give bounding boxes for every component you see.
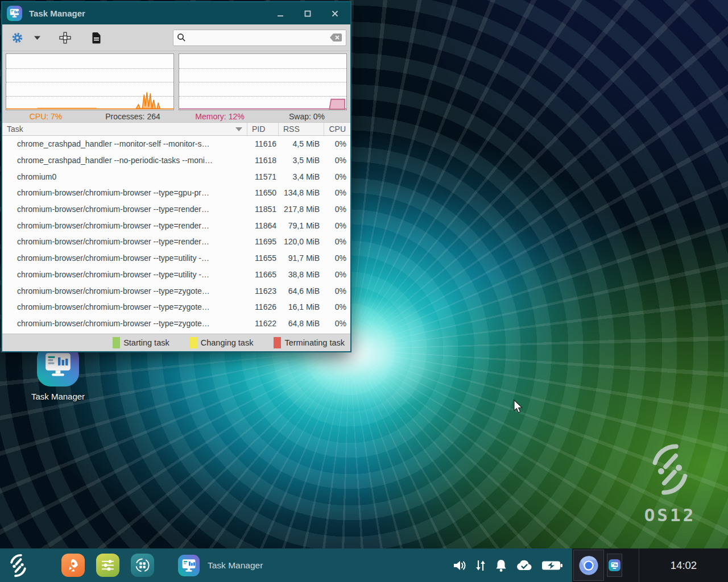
cpu-graph xyxy=(6,53,174,110)
taskbar-window-button-task-manager[interactable]: Task Manager xyxy=(178,555,263,576)
pid-cell: 11650 xyxy=(247,188,279,197)
column-header-task[interactable]: Task xyxy=(2,123,247,135)
clock[interactable]: 14:02 xyxy=(639,559,728,572)
cpu-cell: 0% xyxy=(324,156,350,165)
task-cell: chromium-browser/chromium-browser --type… xyxy=(2,188,247,197)
cpu-usage-label: CPU: 7% xyxy=(2,112,89,121)
rocket-icon xyxy=(66,558,81,573)
close-button[interactable] xyxy=(325,5,345,22)
task-cell: chromium-browser/chromium-browser --type… xyxy=(2,205,247,214)
table-row[interactable]: chromium-browser/chromium-browser --type… xyxy=(2,201,350,218)
battery-icon[interactable] xyxy=(541,560,563,571)
pid-cell: 11851 xyxy=(247,205,279,214)
task-cell: chromium-browser/chromium-browser --type… xyxy=(2,221,247,230)
table-row[interactable]: chromium-browser/chromium-browser --type… xyxy=(2,250,350,267)
legend-changing-label: Changing task xyxy=(201,338,254,347)
memory-usage-label: Memory: 12% xyxy=(176,112,263,121)
rss-cell: 64,6 MiB xyxy=(279,286,324,296)
launcher-apps-button[interactable] xyxy=(131,554,154,577)
cpu-cell: 0% xyxy=(324,270,350,279)
app-grid-icon xyxy=(135,558,150,573)
search-input[interactable] xyxy=(186,33,329,42)
task-manager-app-icon xyxy=(178,555,200,576)
table-row[interactable]: chromium-browser/chromium-browser --type… xyxy=(2,315,350,332)
pid-cell: 11616 xyxy=(247,139,279,148)
cpu-cell: 0% xyxy=(324,188,350,197)
launcher-tweaks-button[interactable] xyxy=(96,554,119,577)
legend-terminating-label: Terminating task xyxy=(284,338,345,347)
titlebar[interactable]: Task Manager xyxy=(2,2,350,24)
desktop: OS12 Task Manager xyxy=(0,0,728,582)
rss-cell: 3,4 MiB xyxy=(279,172,324,181)
process-table-body: chrome_crashpad_handler --monitor-self -… xyxy=(2,136,350,334)
task-cell: chromium-browser/chromium-browser --type… xyxy=(2,302,247,311)
stats-row: CPU: 7% Processes: 264 Memory: 12% Swap:… xyxy=(2,110,350,122)
rss-cell: 16,1 MiB xyxy=(279,302,324,311)
notifications-bell-icon[interactable] xyxy=(495,559,507,572)
task-cell: chromium-browser/chromium-browser --type… xyxy=(2,270,247,279)
cloud-sync-icon[interactable] xyxy=(516,559,533,572)
task-cell: chromium-browser/chromium-browser --type… xyxy=(2,286,247,296)
column-header-cpu[interactable]: CPU xyxy=(324,123,350,135)
cpu-cell: 0% xyxy=(324,139,350,148)
cpu-cell: 0% xyxy=(324,221,350,230)
memory-graph-plot xyxy=(179,54,346,110)
table-row[interactable]: chromium-browser/chromium-browser --type… xyxy=(2,299,350,315)
clear-search-icon[interactable] xyxy=(329,33,342,42)
start-menu-button[interactable] xyxy=(0,548,36,582)
cpu-cell: 0% xyxy=(324,205,350,214)
legend-item: Changing task xyxy=(190,337,254,348)
table-header: Task PID RSS CPU xyxy=(2,122,350,136)
sliders-icon xyxy=(101,558,115,572)
table-row[interactable]: chrome_crashpad_handler --no-periodic-ta… xyxy=(2,152,350,169)
legend-bar: Starting task Changing task Terminating … xyxy=(2,334,350,351)
table-row[interactable]: chromium-browser/chromium-browser --type… xyxy=(2,267,350,283)
taskbar-window-label: Task Manager xyxy=(208,560,263,571)
network-traffic-icon[interactable] xyxy=(475,559,486,572)
settings-button[interactable] xyxy=(6,28,28,47)
document-icon xyxy=(92,32,101,44)
column-header-pid[interactable]: PID xyxy=(247,123,279,135)
close-icon xyxy=(331,10,339,18)
table-row[interactable]: chromium-browser/chromium-browser --type… xyxy=(2,217,350,234)
search-icon xyxy=(177,33,186,42)
chevron-down-icon xyxy=(34,35,41,40)
legend-item: Starting task xyxy=(113,337,169,348)
table-row[interactable]: chrome_crashpad_handler --monitor-self -… xyxy=(2,136,350,152)
table-row[interactable]: chromium-browser/chromium-browser --type… xyxy=(2,282,350,299)
settings-dropdown-button[interactable] xyxy=(28,28,46,47)
details-button[interactable] xyxy=(86,28,106,47)
sort-descending-icon xyxy=(235,127,242,131)
os-watermark: OS12 xyxy=(642,442,698,525)
launcher-rocket-button[interactable] xyxy=(61,554,85,577)
rss-cell: 120,0 MiB xyxy=(279,237,324,246)
legend-changing-swatch xyxy=(190,337,197,348)
swap-usage-label: Swap: 0% xyxy=(263,112,350,121)
memory-graph xyxy=(179,53,347,110)
identify-window-button[interactable] xyxy=(54,28,76,47)
search-field[interactable] xyxy=(173,30,346,46)
volume-icon[interactable] xyxy=(453,559,466,572)
desktop-icon-task-manager[interactable]: Task Manager xyxy=(15,344,101,401)
pid-cell: 11626 xyxy=(247,302,279,311)
tray-task-manager-button[interactable] xyxy=(607,554,622,577)
pid-cell: 11655 xyxy=(247,253,279,263)
tray-chromium-button[interactable] xyxy=(573,550,604,581)
processes-label: Processes: 264 xyxy=(89,112,176,121)
rss-cell: 91,7 MiB xyxy=(279,253,324,263)
table-row[interactable]: chromium-browser/chromium-browser --type… xyxy=(2,234,350,250)
minimize-button[interactable] xyxy=(271,5,290,22)
task-cell: chrome_crashpad_handler --no-periodic-ta… xyxy=(2,156,247,165)
column-header-rss[interactable]: RSS xyxy=(279,123,324,135)
rss-cell: 79,1 MiB xyxy=(279,221,324,230)
pid-cell: 11618 xyxy=(247,156,279,165)
table-row[interactable]: chromium0115713,4 MiB0% xyxy=(2,168,350,185)
minimize-icon xyxy=(276,10,284,18)
cpu-cell: 0% xyxy=(324,172,350,181)
maximize-button[interactable] xyxy=(298,5,317,22)
cpu-cell: 0% xyxy=(324,302,350,311)
os-logo-text: OS12 xyxy=(642,505,698,525)
maximize-icon xyxy=(304,10,312,18)
cpu-graph-plot xyxy=(6,54,173,110)
table-row[interactable]: chromium-browser/chromium-browser --type… xyxy=(2,185,350,201)
